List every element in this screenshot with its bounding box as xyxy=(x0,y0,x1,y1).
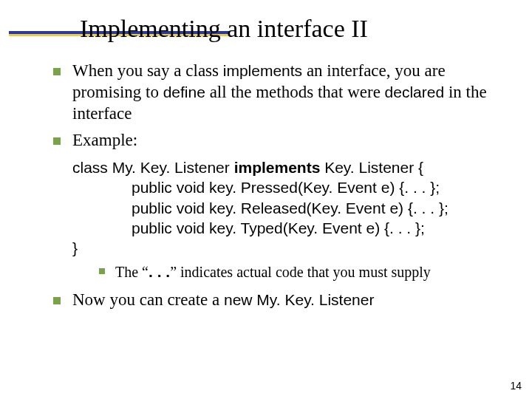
code-line: public void key. Pressed(Key. Event e) {… xyxy=(72,177,511,197)
sub-bullet-ellipsis: The “. . .” indicates actual code that y… xyxy=(98,262,511,282)
bullet-list: When you say a class implements an inter… xyxy=(50,61,511,151)
code-line: } xyxy=(72,238,511,258)
text: class My. Key. Listener xyxy=(72,159,234,176)
code-line: public void key. Typed(Key. Event e) {. … xyxy=(72,218,511,238)
text: Now you can create a xyxy=(72,290,224,309)
text: When you say a class xyxy=(72,61,223,80)
text: ” indicates actual code that you must su… xyxy=(170,264,431,280)
title-area: Implementing an interface II xyxy=(0,15,532,43)
code-line: public void key. Released(Key. Event e) … xyxy=(72,198,511,218)
text: all the methods that were xyxy=(205,83,385,101)
slide-title: Implementing an interface II xyxy=(80,15,532,43)
sub-bullet-list: The “. . .” indicates actual code that y… xyxy=(98,262,511,282)
ellipsis: . . . xyxy=(149,263,170,280)
keyword-implements: implements xyxy=(234,159,321,176)
code-block: class My. Key. Listener implements Key. … xyxy=(72,157,511,258)
page-number: 14 xyxy=(510,380,522,392)
keyword-implements: implements xyxy=(223,62,302,79)
keyword-define: define xyxy=(163,83,205,100)
slide-body: When you say a class implements an inter… xyxy=(50,61,511,310)
bullet-example: Example: xyxy=(50,130,511,151)
code-inline: new My. Key. Listener xyxy=(224,291,374,308)
bullet-list-2: Now you can create a new My. Key. Listen… xyxy=(50,290,511,311)
bullet-implements: When you say a class implements an inter… xyxy=(50,61,511,124)
bullet-now-create: Now you can create a new My. Key. Listen… xyxy=(50,290,511,311)
code-line: class My. Key. Listener implements Key. … xyxy=(72,157,511,177)
text: The “ xyxy=(115,264,149,280)
keyword-declared: declared xyxy=(385,83,445,100)
text: Key. Listener { xyxy=(320,159,423,176)
